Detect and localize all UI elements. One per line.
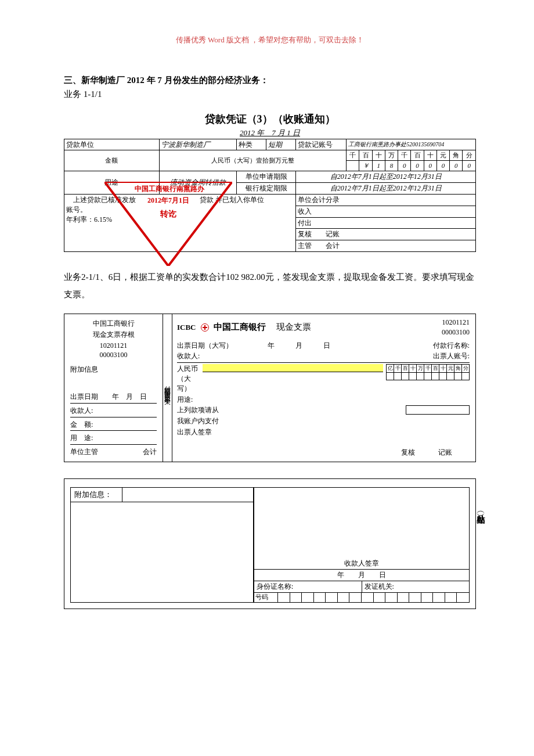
issuer-label: 发证机关: <box>362 581 470 592</box>
cheque-num1: 10201121 <box>442 318 470 327</box>
bank-cn: 中国工商银行 <box>214 321 266 333</box>
attach-info-label: 附加信息： <box>70 487 122 502</box>
header-hint-text: 传播优秀 Word 版文档 ，希望对您有帮助，可双击去除！ <box>64 35 476 45</box>
approve-l3: 年利率：6.15% <box>66 215 196 225</box>
u9: 分 <box>463 150 476 161</box>
payer-bank-label: 付款行名称: <box>433 341 470 351</box>
approve-mid: 贷款 并已划入你单位 <box>198 194 296 251</box>
review-label: 复核 <box>401 448 415 458</box>
u5: 百 <box>411 150 424 161</box>
d9: 0 <box>463 161 476 171</box>
rmb-label: 人民币 <box>177 364 199 374</box>
bank-period-value: 自2012年7月1日起至2012年12月31日 <box>296 183 476 195</box>
entry-mgr: 主管 会计 <box>296 240 475 251</box>
cash-cheque: 中国工商银行 现金支票存根 10201121 00003100 附加信息 出票日… <box>64 314 476 462</box>
stub-payee: 收款人: <box>70 406 93 416</box>
section-heading: 三、新华制造厂 2012 年 7 月份发生的部分经济业务： <box>64 74 476 87</box>
record-label: 记账 <box>438 448 452 458</box>
u6: 十 <box>424 150 436 161</box>
stub-issue: 出票日期 年 月 日 <box>70 392 147 402</box>
icbc-logo-icon <box>201 323 209 332</box>
u0: 千 <box>347 150 359 161</box>
stub-mgr: 单位主管 <box>70 447 98 457</box>
d2: 1 <box>372 161 385 171</box>
unit-value: 宁波新华制造厂 <box>159 139 236 150</box>
stub-num1: 10201121 <box>70 341 157 351</box>
u3: 万 <box>385 150 398 161</box>
payment-deadline-label: 付款期限自出票之日起十天 <box>163 314 172 462</box>
usage-text: 流动资金周转借款 <box>159 171 236 195</box>
d1: ￥ <box>359 161 372 171</box>
d8: 0 <box>450 161 463 171</box>
blank-rect <box>406 405 470 415</box>
unit-label: 贷款单位 <box>64 139 160 150</box>
u1: 百 <box>359 150 372 161</box>
d0 <box>347 161 359 171</box>
bank-period-label: 银行核定期限 <box>237 183 296 195</box>
u4: 千 <box>398 150 411 161</box>
acct-label: 贷款记账号 <box>296 139 347 150</box>
request-text: 上列款项请从 <box>177 405 219 415</box>
cheque-num2: 00003100 <box>442 327 470 337</box>
icbc-text: ICBC <box>177 322 196 333</box>
stub-attach: 附加信息 <box>70 365 157 375</box>
d7: 0 <box>436 161 449 171</box>
d6: 0 <box>424 161 436 171</box>
usage-label: 用途 <box>64 171 160 195</box>
voucher-date: 2012 年 7 月 1 日 <box>64 128 476 138</box>
voucher-title: 贷款凭证（3）（收账通知） <box>64 112 476 127</box>
myacct-text: 我账户内支付 <box>177 416 219 426</box>
attach-date: 年 月 日 <box>254 569 469 581</box>
stub-purpose: 用 途: <box>70 433 93 443</box>
stub-bank: 中国工商银行 <box>70 319 157 329</box>
entry-payout: 付出 <box>296 217 476 229</box>
caps-label: （大写） <box>177 374 199 394</box>
amount-input-highlight[interactable] <box>203 364 383 372</box>
amount-digit-grid: 亿千百十万千百十元角分 <box>387 364 470 380</box>
cheque-type: 现金支票 <box>276 321 311 333</box>
amount-cn: 人民币（大写）壹拾捌万元整 <box>159 150 346 171</box>
id-number-grid: 号码 <box>254 592 469 602</box>
d3: 8 <box>385 161 398 171</box>
business-label-1: 业务 1-1/1 <box>64 88 476 100</box>
attach-info-box: 附加信息： 收款人签章 年 月 日 身份证名称: 发证机关: 号码 （贴粘单处） <box>64 478 476 609</box>
amount-label: 金额 <box>64 150 160 171</box>
entries-label: 单位会计分录 <box>296 194 476 206</box>
business-2-text: 业务2-1/1、6日，根据工资单的实发数合计102 982.00元，签发现金支票… <box>64 268 476 303</box>
stub-acct: 会计 <box>143 447 157 457</box>
apply-value: 自2012年7月1日起至2012年12月31日 <box>296 171 476 183</box>
u7: 元 <box>436 150 449 161</box>
stub-num2: 00003100 <box>70 350 157 360</box>
approve-l2: 账号。 <box>66 205 196 215</box>
payee-signature-label: 收款人签章 <box>254 557 469 570</box>
type-label: 种类 <box>237 139 266 150</box>
stub-title: 现金支票存根 <box>70 330 157 340</box>
id-name-label: 身份证名称: <box>254 581 362 592</box>
drawer-sig-label: 出票人签章 <box>177 427 212 437</box>
type-value: 短期 <box>266 139 296 150</box>
d5: 0 <box>411 161 424 171</box>
issue-date-label: 出票日期（大写） 年 月 日 <box>177 341 330 351</box>
u8: 角 <box>450 150 463 161</box>
purpose-label: 用途: <box>177 395 193 405</box>
u2: 十 <box>372 150 385 161</box>
approve-l1: 上述贷款已核准发放 <box>66 195 196 205</box>
entry-review: 复核 记账 <box>296 229 475 240</box>
apply-label: 单位申请期限 <box>237 171 296 183</box>
stub-amount: 金 额: <box>70 420 93 430</box>
entry-income: 收入 <box>296 206 476 217</box>
d4: 0 <box>398 161 411 171</box>
cheque-stub: 中国工商银行 现金支票存根 10201121 00003100 附加信息 出票日… <box>64 314 163 462</box>
loan-voucher: 贷款单位 宁波新华制造厂 种类 短期 贷款记账号 工商银行南熏路办事处52001… <box>64 139 476 252</box>
drawer-acct-label: 出票人账号: <box>433 351 470 361</box>
payee-label: 收款人: <box>177 351 200 361</box>
acct-value: 工商银行南熏路办事处5200135690704 <box>347 139 476 150</box>
